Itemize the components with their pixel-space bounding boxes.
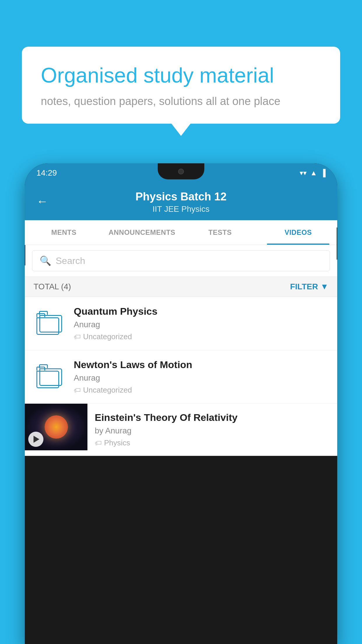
list-item[interactable]: Einstein's Theory Of Relativity by Anura…: [25, 404, 337, 456]
app-header: ← Physics Batch 12 IIT JEE Physics: [25, 182, 337, 220]
video-folder-icon: [34, 359, 66, 391]
notch: [158, 163, 204, 179]
tab-announcements[interactable]: ANNOUNCEMENTS: [103, 220, 181, 245]
status-bar: 14:29 ▾▾ ▲ ▐: [25, 163, 337, 182]
speech-bubble: Organised study material notes, question…: [22, 47, 340, 124]
video-title: Quantum Physics: [74, 306, 328, 317]
video-tag: 🏷 Physics: [95, 438, 330, 447]
tab-videos[interactable]: VIDEOS: [259, 220, 337, 245]
search-placeholder: Search: [56, 256, 85, 266]
search-container: 🔍 Search: [25, 245, 337, 277]
tag-icon: 🏷: [74, 386, 81, 394]
filter-bar: TOTAL (4) FILTER ▼: [25, 277, 337, 297]
search-bar[interactable]: 🔍 Search: [32, 250, 330, 271]
play-icon: [34, 436, 39, 443]
bubble-subtitle: notes, question papers, solutions all at…: [41, 95, 321, 108]
tag-icon: 🏷: [74, 333, 81, 341]
filter-label: FILTER: [290, 282, 318, 291]
thumbnail-image: [45, 415, 68, 439]
wifi-icon: ▾▾: [300, 169, 307, 177]
back-button[interactable]: ←: [36, 195, 48, 208]
list-item[interactable]: Newton's Laws of Motion Anurag 🏷 Uncateg…: [25, 350, 337, 404]
video-author: by Anurag: [95, 426, 330, 435]
tab-ments[interactable]: MENTS: [25, 220, 103, 245]
status-icons: ▾▾ ▲ ▐: [300, 169, 326, 177]
camera: [178, 169, 184, 174]
filter-icon: ▼: [320, 282, 328, 291]
tab-bar: MENTS ANNOUNCEMENTS TESTS VIDEOS: [25, 220, 337, 245]
battery-icon: ▐: [321, 169, 326, 177]
video-author: Anurag: [74, 373, 328, 383]
bubble-title: Organised study material: [41, 63, 321, 88]
header-title: Physics Batch 12: [36, 190, 326, 203]
video-tag: 🏷 Uncategorized: [74, 332, 328, 341]
search-icon: 🔍: [40, 255, 51, 266]
header-subtitle: IIT JEE Physics: [36, 204, 326, 214]
status-time: 14:29: [36, 168, 57, 178]
total-count: TOTAL (4): [34, 282, 71, 291]
play-button[interactable]: [28, 432, 43, 447]
video-info: Einstein's Theory Of Relativity by Anura…: [87, 404, 337, 456]
video-list: Quantum Physics Anurag 🏷 Uncategorized: [25, 297, 337, 456]
video-folder-icon: [34, 306, 66, 338]
tag-icon: 🏷: [95, 439, 102, 447]
video-title: Newton's Laws of Motion: [74, 359, 328, 370]
phone-frame: 14:29 ▾▾ ▲ ▐ ← Physics Batch 12 IIT JEE …: [25, 163, 337, 644]
signal-icon: ▲: [310, 169, 317, 177]
video-author: Anurag: [74, 320, 328, 329]
video-info: Quantum Physics Anurag 🏷 Uncategorized: [74, 306, 328, 341]
video-tag: 🏷 Uncategorized: [74, 386, 328, 395]
video-info: Newton's Laws of Motion Anurag 🏷 Uncateg…: [74, 359, 328, 395]
video-title: Einstein's Theory Of Relativity: [95, 412, 330, 423]
video-thumbnail: [25, 404, 87, 450]
tab-tests[interactable]: TESTS: [181, 220, 259, 245]
list-item[interactable]: Quantum Physics Anurag 🏷 Uncategorized: [25, 297, 337, 350]
volume-button: [25, 245, 25, 265]
filter-button[interactable]: FILTER ▼: [290, 282, 328, 291]
